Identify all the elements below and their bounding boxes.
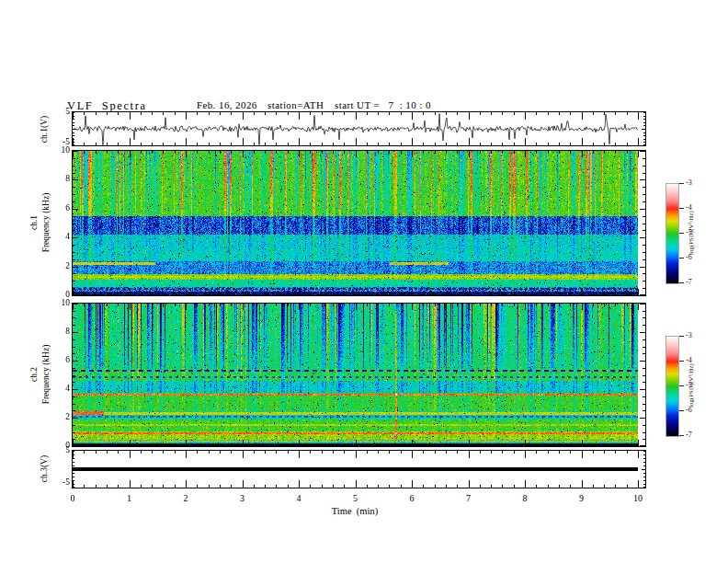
y-tick-label: 8 (46, 327, 70, 336)
colorbar-tick-label: -5 (686, 228, 692, 236)
x-tick-label: 10 (627, 493, 649, 503)
colorbar-tick-mark (679, 258, 684, 259)
ch1-spec-freq-label: Frequency (kHz) (40, 149, 52, 296)
ch2-spec-freq-label: Frequency (kHz) (40, 301, 52, 448)
x-tick-label: 3 (232, 493, 254, 503)
x-tick-label: 1 (119, 493, 141, 503)
ch2-spec-channel-label: ch.2 (28, 301, 40, 448)
colorbar-tick-mark (679, 208, 684, 209)
ch3-waveform-panel (72, 450, 646, 488)
x-tick-label: 9 (571, 493, 593, 503)
colorbar-tick-label: -6 (686, 253, 692, 261)
y-tick-label: 4 (46, 232, 70, 241)
x-tick-label: 8 (514, 493, 536, 503)
colorbar-tick-label: -4 (686, 203, 692, 212)
y-tick-label: 6 (46, 203, 70, 213)
y-tick-label: 2 (46, 261, 70, 270)
y-tick-label: 2 (46, 412, 70, 421)
colorbar-tick-label: -4 (686, 356, 692, 364)
header-start-ut: start UT = 7 : 10 : 0 (335, 99, 431, 110)
vlf-spectra-figure: VLF Spectra Feb. 16, 2026 station=ATH st… (0, 0, 728, 563)
colorbar-tick-mark (679, 336, 684, 337)
ch1-spec-channel-label: ch.1 (28, 149, 40, 296)
ch2-spec-ylabel: ch.2 Frequency (kHz) (28, 301, 52, 448)
x-tick-label: 0 (62, 493, 84, 503)
x-axis-title: Time (min) (290, 506, 419, 516)
y-tick-label: 5 (46, 107, 70, 116)
ch1-spec-ylabel: ch.1 Frequency (kHz) (28, 149, 52, 296)
colorbar-tick-label: -3 (686, 178, 692, 187)
x-tick-label: 6 (401, 493, 423, 503)
ch1-waveform-canvas (73, 112, 645, 145)
y-tick-label: 10 (46, 145, 70, 155)
y-tick-label: 6 (46, 355, 70, 364)
colorbar-tick-mark (679, 410, 684, 411)
y-tick-label: -5 (46, 477, 70, 487)
x-tick-label: 2 (175, 493, 197, 503)
colorbar-ch2 (665, 336, 679, 437)
header-station: station=ATH (267, 99, 324, 110)
colorbar-tick-mark (679, 361, 684, 362)
x-tick-label: 4 (288, 493, 310, 503)
ch2-spectrogram-canvas (73, 304, 645, 446)
colorbar-tick-mark (679, 435, 684, 436)
y-tick-label: 10 (46, 298, 70, 307)
header-date: Feb. 16, 2026 (197, 99, 257, 110)
y-tick-label: 8 (46, 174, 70, 183)
x-tick-label: 5 (345, 493, 367, 503)
colorbar-tick-mark (679, 385, 684, 386)
colorbar-tick-label: -7 (686, 431, 692, 439)
y-tick-label: 4 (46, 384, 70, 393)
colorbar-tick-mark (679, 183, 684, 184)
colorbar-tick-label: -6 (686, 406, 692, 414)
ch1-spectrogram-panel (72, 150, 646, 296)
x-tick-label: 7 (458, 493, 480, 503)
y-tick-label: 5 (46, 445, 70, 454)
colorbar-ch1 (665, 183, 679, 284)
colorbar-tick-label: -3 (686, 331, 692, 339)
ch1-spectrogram-canvas (73, 151, 645, 295)
colorbar-tick-label: -5 (686, 381, 692, 389)
colorbar-tick-label: -7 (686, 278, 692, 286)
ch1-waveform-panel (72, 111, 646, 146)
colorbar-tick-mark (679, 282, 684, 283)
ch2-spectrogram-panel (72, 303, 646, 447)
colorbar-tick-mark (679, 233, 684, 234)
ch3-waveform-canvas (73, 451, 645, 488)
